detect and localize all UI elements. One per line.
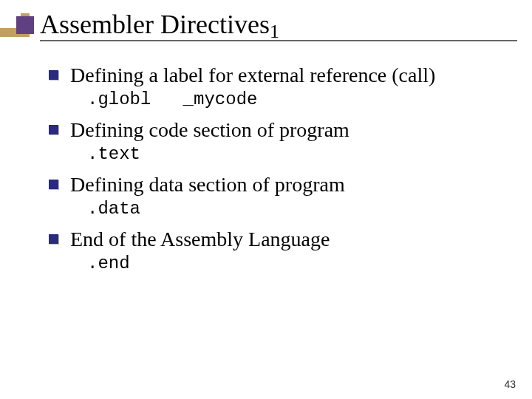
item-code: .end <box>87 253 510 273</box>
title-underline <box>40 40 517 41</box>
square-bullet-icon <box>49 180 58 189</box>
item-text: Defining a label for external reference … <box>70 62 435 88</box>
item-code: .text <box>87 144 510 164</box>
title-subscript: 1 <box>270 21 279 42</box>
item-text: Defining code section of program <box>70 117 349 143</box>
list-item: End of the Assembly Language .end <box>49 226 510 273</box>
slide-title: Assembler Directives1 <box>40 10 517 40</box>
list-item: Defining a label for external reference … <box>49 62 510 109</box>
content-area: Defining a label for external reference … <box>49 62 510 281</box>
square-bullet-icon <box>49 70 58 80</box>
title-text: Assembler Directives <box>40 10 270 39</box>
square-bullet-icon <box>49 125 58 134</box>
page-number: 43 <box>504 378 516 390</box>
square-bullet-icon <box>49 234 58 244</box>
item-code: .data <box>87 199 510 219</box>
item-code: .globl _mycode <box>87 89 510 109</box>
item-text: End of the Assembly Language <box>70 226 330 252</box>
slide-title-wrap: Assembler Directives1 <box>40 10 517 40</box>
corner-decoration <box>0 0 44 40</box>
list-item: Defining code section of program .text <box>49 117 510 164</box>
item-text: Defining data section of program <box>70 171 345 197</box>
list-item: Defining data section of program .data <box>49 171 510 219</box>
